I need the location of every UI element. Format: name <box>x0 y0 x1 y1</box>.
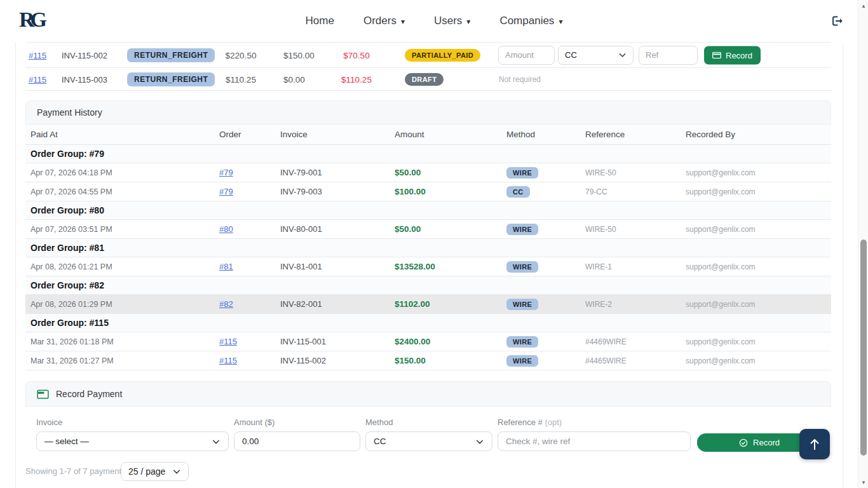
order-group-label: Order Group: #115 <box>31 318 109 328</box>
payment-reference: WIRE-2 <box>585 300 612 309</box>
record-payment-header: Record Payment <box>25 381 831 407</box>
amount-input[interactable] <box>234 431 360 451</box>
amount-field-label: Amount ($) <box>234 417 275 427</box>
invoice-table: #115 INV-115-002 RETURN_FREIGHT $220.50 … <box>25 42 831 91</box>
order-link[interactable]: #115 <box>219 337 237 346</box>
invoice-status-badge: DRAFT <box>405 73 444 86</box>
order-group-label: Order Group: #82 <box>31 280 104 290</box>
invoice-select-value: — select — <box>44 437 89 446</box>
invoice-status-badge: PARTIALLY_PAID <box>405 49 480 62</box>
payment-recorded-by: support@genlix.com <box>686 187 756 196</box>
nav-home[interactable]: Home <box>306 15 334 27</box>
scrollbar-up-arrow[interactable]: ▲ <box>858 1 868 10</box>
payment-invoice: INV-81-001 <box>280 262 322 271</box>
payment-paid-at: Apr 07, 2026 04:55 PM <box>31 187 112 196</box>
col-paid-at: Paid At <box>25 125 214 144</box>
nav-companies[interactable]: Companies▾ <box>499 15 562 27</box>
payment-row: Mar 31, 2026 01:18 PM#115INV-115-001$240… <box>25 332 831 351</box>
arrow-up-icon <box>808 437 821 451</box>
page-size-select[interactable]: 25 / page <box>121 462 189 481</box>
scroll-to-top-button[interactable] <box>799 429 830 459</box>
payment-reference: WIRE-50 <box>585 225 616 234</box>
payment-amount: $50.00 <box>395 168 421 177</box>
nav-orders-label: Orders <box>363 15 397 27</box>
order-link[interactable]: #80 <box>219 224 233 234</box>
payment-reference: 79-CC <box>585 187 607 196</box>
order-link[interactable]: #82 <box>219 299 233 309</box>
payment-paid-at: Mar 31, 2026 01:18 PM <box>31 337 114 346</box>
logout-icon[interactable] <box>831 15 844 30</box>
invoice-paid: $150.00 <box>283 50 315 60</box>
payment-row: Apr 07, 2026 04:55 PM#79INV-79-003$100.0… <box>25 182 831 201</box>
reference-input[interactable] <box>498 431 691 451</box>
caret-down-icon: ▾ <box>466 18 470 25</box>
payment-history-body: Order Group: #79Apr 07, 2026 04:18 PM#79… <box>25 145 831 370</box>
payment-history-card: Payment History Paid At Order Invoice Am… <box>25 100 831 370</box>
row-record-label: Record <box>726 50 752 60</box>
nav-home-label: Home <box>306 15 334 27</box>
content-card-right-edge <box>843 42 843 488</box>
invoice-select[interactable]: — select — <box>36 431 229 451</box>
col-recorded-by: Recorded By <box>681 125 831 144</box>
payment-not-required-note: Not required <box>499 75 541 84</box>
col-reference: Reference <box>580 125 681 144</box>
payment-paid-at: Apr 08, 2026 01:29 PM <box>31 300 112 309</box>
nav-links: Home Orders▾ Users▾ Companies▾ <box>0 0 868 42</box>
nav-users[interactable]: Users▾ <box>434 15 470 27</box>
scrollbar-down-arrow[interactable]: ▼ <box>858 478 868 487</box>
method-select[interactable]: CC <box>365 431 492 451</box>
invoice-row: #115 INV-115-003 RETURN_FREIGHT $110.25 … <box>25 68 831 91</box>
order-group-header: Order Group: #115 <box>25 314 831 332</box>
payment-history-column-headers: Paid At Order Invoice Amount Method Refe… <box>25 125 831 145</box>
payment-amount: $13528.00 <box>395 262 435 271</box>
caret-down-icon: ▾ <box>559 18 562 25</box>
order-link[interactable]: #115 <box>219 356 237 365</box>
chevron-down-icon <box>618 51 627 59</box>
order-link[interactable]: #115 <box>29 51 46 60</box>
payment-reference: WIRE-1 <box>585 262 612 271</box>
content-card-left-edge <box>15 42 16 488</box>
order-link[interactable]: #79 <box>219 168 233 177</box>
payment-row: Apr 07, 2026 04:18 PM#79INV-79-001$50.00… <box>25 163 831 182</box>
scrollbar-thumb[interactable] <box>860 240 867 456</box>
invoice-balance: $110.25 <box>329 74 384 84</box>
order-link[interactable]: #79 <box>219 187 233 196</box>
invoice-field-label: Invoice <box>36 417 62 427</box>
order-group-header: Order Group: #80 <box>25 201 831 220</box>
col-amount: Amount <box>390 125 501 144</box>
order-link[interactable]: #81 <box>219 262 233 271</box>
payment-recorded-by: support@genlix.com <box>686 262 756 271</box>
payment-invoice: INV-115-001 <box>280 337 326 346</box>
nav-users-label: Users <box>434 15 462 27</box>
payment-paid-at: Apr 07, 2026 04:18 PM <box>31 168 112 177</box>
row-record-button[interactable]: Record <box>704 46 761 64</box>
col-invoice: Invoice <box>275 125 390 144</box>
row-amount-input[interactable] <box>498 46 555 65</box>
invoice-number: INV-115-003 <box>62 74 107 84</box>
payment-invoice: INV-82-001 <box>280 299 322 309</box>
invoice-row: #115 INV-115-002 RETURN_FREIGHT $220.50 … <box>25 43 831 68</box>
payment-amount: $50.00 <box>395 224 421 234</box>
payment-recorded-by: support@genlix.com <box>686 168 756 177</box>
nav-orders[interactable]: Orders▾ <box>363 15 405 27</box>
invoice-paid: $0.00 <box>283 74 305 84</box>
row-method-value: CC <box>565 50 577 60</box>
payment-amount: $2400.00 <box>395 337 430 346</box>
payment-reference: #4465WIRE <box>585 356 627 365</box>
order-link[interactable]: #115 <box>29 75 46 85</box>
payment-method-badge: WIRE <box>506 167 538 179</box>
scrollbar[interactable]: ▲ ▼ <box>858 0 868 488</box>
row-ref-input[interactable] <box>639 46 698 65</box>
payment-method-badge: CC <box>506 186 530 198</box>
payment-history-header: Payment History <box>25 100 831 125</box>
chevron-down-icon <box>212 437 220 446</box>
payment-recorded-by: support@genlix.com <box>686 300 756 309</box>
payment-row: Mar 31, 2026 01:27 PM#115INV-115-002$150… <box>25 351 831 370</box>
payment-reference: WIRE-50 <box>585 168 616 177</box>
record-payment-title: Record Payment <box>56 389 122 399</box>
method-field-label: Method <box>365 417 393 427</box>
order-group-header: Order Group: #79 <box>25 145 831 163</box>
payment-method-badge: WIRE <box>506 261 538 273</box>
payment-row: Apr 08, 2026 01:21 PM#81INV-81-001$13528… <box>25 257 831 276</box>
row-method-select[interactable]: CC <box>558 46 634 65</box>
